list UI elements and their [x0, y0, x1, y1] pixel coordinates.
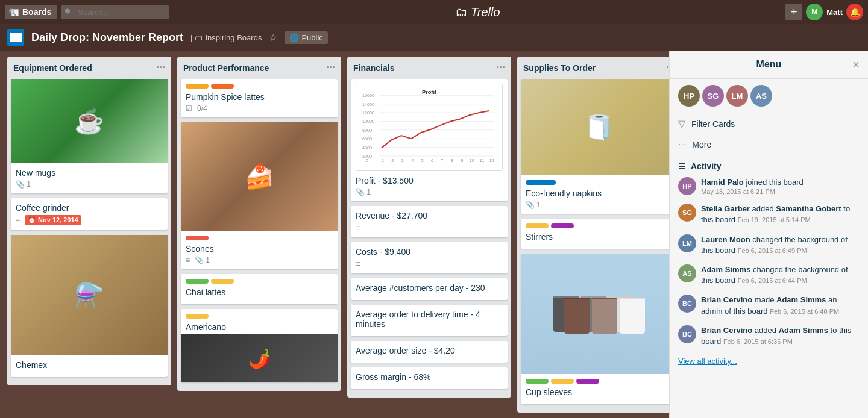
visibility-button[interactable]: 🌐 Public	[285, 31, 327, 44]
activity-icon: ☰	[678, 161, 686, 171]
label-yellow-chai	[211, 279, 234, 284]
card-eco-napkins[interactable]: 🧻 Eco-friendly napkins 📎 1	[521, 79, 678, 214]
column-header-product: Product Performance ···	[177, 57, 341, 79]
card-gross-margin[interactable]: Gross margin - 68%	[351, 367, 508, 389]
card-coffee-grinder[interactable]: Coffee grinder ≡ ⏰ Nov 12, 2014	[11, 198, 168, 230]
card-pumpkin-spice[interactable]: Pumpkin Spice lattes ☑ 0/4	[181, 79, 338, 117]
card-image-napkins: 🧻	[521, 79, 678, 175]
cup-4	[564, 298, 590, 334]
activity-text-4: Adam Simms changed the background of thi…	[701, 264, 860, 286]
column-menu-equipment[interactable]: ···	[156, 61, 165, 74]
svg-text:12: 12	[489, 158, 494, 163]
view-all-activity[interactable]: View all activity...	[678, 354, 737, 368]
card-title-chai: Chai lattes	[186, 287, 333, 297]
menu-avatar-1[interactable]: HP	[678, 85, 700, 107]
activity-content-5: Brian Cervino made Adam Simms an admin o…	[701, 295, 860, 316]
card-meta-scones: ≡ 📎 1	[186, 256, 333, 264]
card-chemex[interactable]: ⚗️ Chemex	[11, 235, 168, 377]
napkins-image: 🧻	[521, 79, 678, 175]
card-meta-napkins: 📎 1	[526, 201, 673, 209]
coffee-image: ☕	[11, 79, 168, 163]
notifications-button[interactable]: 🔔	[846, 4, 863, 20]
star-button[interactable]: ☆	[269, 32, 277, 43]
card-meta-coffee-grinder: ≡ ⏰ Nov 12, 2014	[16, 215, 163, 225]
card-avg-customers[interactable]: Average #customers per day - 230	[351, 278, 508, 300]
nav-center: 🗂 Trello	[173, 5, 782, 19]
spices-image: 🌶️	[181, 334, 338, 382]
menu-avatar-4[interactable]: AS	[750, 85, 772, 107]
card-avg-delivery[interactable]: Average order to delivery time - 4 minut…	[351, 305, 508, 336]
filter-cards-item[interactable]: ▽ Filter Cards	[670, 113, 868, 134]
svg-text:12000: 12000	[362, 110, 374, 116]
card-meta-costs: ≡	[356, 259, 503, 269]
column-menu-product[interactable]: ···	[326, 61, 335, 74]
card-scones[interactable]: 🍰 Scones ≡ 📎 1	[181, 122, 338, 269]
visibility-label: Public	[301, 33, 322, 42]
column-cards-financials: 16000 14000 12000 10000 8000 6000 4000 2…	[347, 79, 511, 398]
trello-logo: 🗂 Trello	[455, 5, 500, 19]
search-input[interactable]	[61, 5, 169, 19]
svg-text:11: 11	[479, 158, 484, 163]
card-americano[interactable]: Americano 🌶️	[181, 309, 338, 382]
grid-icon: ▦	[11, 7, 19, 17]
menu-avatar-3[interactable]: LM	[726, 85, 748, 107]
card-chai-lattes[interactable]: Chai lattes	[181, 274, 338, 304]
boards-button[interactable]: ▦ Boards	[5, 5, 57, 19]
menu-avatar-2[interactable]: SG	[702, 85, 724, 107]
svg-text:6: 6	[431, 158, 433, 163]
board-breadcrumb: | 🗃 Inspiring Boards	[190, 33, 262, 42]
card-stirrers[interactable]: Stirrers	[521, 219, 678, 249]
card-meta-pumpkin: ☑ 0/4	[186, 104, 333, 113]
trello-icon: 🗂	[455, 5, 467, 19]
menu-header: Menu ×	[670, 51, 868, 79]
due-date-coffee-grinder: ⏰ Nov 12, 2014	[25, 215, 81, 225]
activity-item-4: AS Adam Simms changed the background of …	[678, 264, 860, 286]
svg-text:4000: 4000	[362, 145, 372, 151]
menu-close-button[interactable]: ×	[852, 58, 860, 72]
card-avg-order[interactable]: Average order size - $4.20	[351, 341, 508, 363]
activity-text-3: Lauren Moon changed the background of th…	[701, 234, 860, 256]
attachment-badge-new-mugs: 📎 1	[16, 180, 31, 189]
more-item[interactable]: ··· More	[670, 134, 868, 155]
scones-image: 🍰	[181, 122, 338, 231]
board-content: Equipment Ordered ··· ☕ New mugs 📎 1 Cof…	[0, 51, 868, 418]
svg-text:8000: 8000	[362, 128, 372, 133]
board-icon	[7, 29, 24, 46]
card-revenue[interactable]: Revenue - $27,700 ≡	[351, 206, 508, 237]
card-title-stirrers: Stirrers	[526, 232, 673, 242]
card-costs[interactable]: Costs - $9,400 ≡	[351, 242, 508, 273]
card-title-chemex: Chemex	[16, 360, 163, 370]
activity-text-2: Stella Garber added Samantha Gobert to t…	[701, 204, 860, 225]
column-equipment: Equipment Ordered ··· ☕ New mugs 📎 1 Cof…	[7, 57, 171, 385]
nav-right: + M Matt 🔔	[785, 4, 863, 20]
checklist-icon-pumpkin: ☑	[186, 104, 192, 113]
activity-avatar-4: AS	[678, 264, 696, 282]
card-title-revenue: Revenue - $27,700	[356, 211, 503, 220]
card-profit[interactable]: 16000 14000 12000 10000 8000 6000 4000 2…	[351, 79, 508, 201]
activity-time-4: Feb 6, 2015 at 6:44 PM	[738, 277, 807, 284]
label-blue-napkins	[526, 180, 556, 185]
label-purple-stirrers	[551, 223, 574, 228]
card-title-americano: Americano	[186, 322, 333, 332]
svg-text:3: 3	[401, 158, 404, 163]
list-icon-revenue: ≡	[356, 223, 360, 232]
top-nav: ▦ Boards 🗂 Trello + M Matt 🔔	[0, 0, 868, 24]
activity-avatar-1: HP	[678, 177, 696, 195]
activity-content-6: Brian Cervino added Adam Simms to this b…	[701, 325, 860, 347]
card-new-mugs[interactable]: ☕ New mugs 📎 1	[11, 79, 168, 193]
column-menu-financials[interactable]: ···	[496, 61, 505, 74]
more-label: More	[692, 140, 711, 149]
profit-chart-svg: 16000 14000 12000 10000 8000 6000 4000 2…	[361, 89, 497, 163]
filter-icon: ▽	[678, 118, 685, 129]
breadcrumb-text: Inspiring Boards	[205, 33, 262, 42]
card-cup-sleeves[interactable]: Cup sleeves	[521, 254, 678, 404]
activity-avatar-3: LM	[678, 234, 696, 252]
svg-text:6000: 6000	[362, 136, 372, 142]
activity-item-2: SG Stella Garber added Samantha Gobert t…	[678, 204, 860, 225]
list-icon-costs: ≡	[356, 259, 360, 269]
column-title-product: Product Performance	[183, 63, 269, 73]
activity-section: ☰ Activity HP Hamid Palo joined this boa…	[670, 155, 868, 418]
add-button[interactable]: +	[785, 4, 802, 20]
svg-text:4: 4	[411, 158, 414, 163]
filter-cards-label: Filter Cards	[691, 119, 735, 129]
